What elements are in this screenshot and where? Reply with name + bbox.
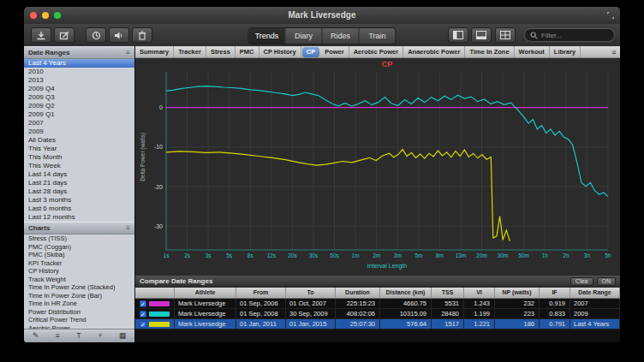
tab-cp-history[interactable]: CP History <box>259 46 301 57</box>
date-range-2013[interactable]: 2013 <box>24 76 134 85</box>
tab-power[interactable]: Power <box>320 46 349 57</box>
date-range-2007[interactable]: 2007 <box>24 119 134 128</box>
download-activity-button[interactable] <box>31 27 51 43</box>
chart-item-time-in-power-zone-bar[interactable]: Time In Power Zone (Bar) <box>24 292 134 300</box>
chart-item-power-distribution[interactable]: Power Distribution <box>24 308 134 317</box>
date-range-2009[interactable]: 2009 <box>24 128 134 136</box>
chart-item-time-in-power-zone-stacked[interactable]: Time In Power Zone (Stacked) <box>24 283 134 292</box>
chart-item-track-weight[interactable]: Track Weight <box>24 276 134 284</box>
segment-rides[interactable]: Rides <box>322 28 359 44</box>
table-row[interactable]: ✓Mark Liversedge01 Sep, 200601 Oct, 2007… <box>135 299 620 309</box>
column-header-range[interactable]: Date Range <box>570 288 620 298</box>
menu-icon[interactable]: ≡ <box>126 224 130 232</box>
compare-on-button[interactable]: ON <box>597 277 617 286</box>
list-icon[interactable]: ≡ <box>56 329 60 342</box>
date-range-2009-q2[interactable]: 2009 Q2 <box>24 102 134 110</box>
segment-trends[interactable]: Trends <box>249 28 285 44</box>
date-range-this-year[interactable]: This Year <box>24 145 134 153</box>
minimize-icon[interactable] <box>42 12 49 19</box>
text-icon[interactable]: T <box>76 329 81 342</box>
column-header-duration[interactable]: Duration <box>336 288 380 298</box>
column-header-if[interactable]: IF <box>540 288 570 298</box>
chart-item-stress-tiss[interactable]: Stress (TISS) <box>24 234 134 243</box>
interval-button[interactable] <box>86 27 106 43</box>
column-header-np[interactable]: NP (watts) <box>495 288 540 298</box>
date-range-last-14-days[interactable]: Last 14 days <box>24 170 134 179</box>
search-icon <box>530 32 538 39</box>
chart-item-critical-power-trend[interactable]: Critical Power Trend <box>24 316 134 324</box>
column-header-to[interactable]: To <box>286 288 336 298</box>
tab-time-in-zone[interactable]: Time In Zone <box>465 46 514 57</box>
cell-range: 2007 <box>570 299 620 308</box>
chart-item-time-in-hr-zone[interactable]: Time In HR Zone <box>24 300 134 308</box>
tab-pmc[interactable]: PMC <box>236 46 259 57</box>
date-range-last-3-months[interactable]: Last 3 months <box>24 196 134 205</box>
date-range-2009-q3[interactable]: 2009 Q3 <box>24 93 134 102</box>
brush-icon[interactable]: ✎ <box>33 329 39 342</box>
tab-library[interactable]: Library <box>550 46 581 57</box>
date-range-last-4-years[interactable]: Last 4 Years <box>24 59 134 68</box>
column-header-distance[interactable]: Distance (km) <box>380 288 432 298</box>
column-header-from[interactable]: From <box>236 288 286 298</box>
toggle-sidebar-button[interactable] <box>448 27 468 43</box>
x-tick-label: 30s <box>309 252 319 258</box>
tab-stress[interactable]: Stress <box>206 46 236 57</box>
audio-button[interactable] <box>109 27 129 43</box>
row-checkbox[interactable]: ✓ <box>140 311 146 317</box>
chart-item-pmc-coggan[interactable]: PMC (Coggan) <box>24 243 134 252</box>
chart-item-kpi-tracker[interactable]: KPI Tracker <box>24 259 134 268</box>
tab-cp[interactable]: CP <box>302 47 319 57</box>
table-row[interactable]: ✓Mark Liversedge01 Jan, 201101 Jan, 2015… <box>135 319 620 329</box>
y-tick-label: -30 <box>154 223 163 229</box>
fullscreen-icon[interactable] <box>606 11 615 20</box>
date-range-last-21-days[interactable]: Last 21 days <box>24 179 134 187</box>
table-row[interactable]: ✓Mark Liversedge01 Sep, 200830 Sep, 2009… <box>135 309 620 319</box>
cell-from: 01 Jan, 2011 <box>236 319 286 329</box>
column-header-tss[interactable]: TSS <box>432 288 464 298</box>
add-icon[interactable]: + <box>98 329 102 342</box>
date-range-all-dates[interactable]: All Dates <box>24 136 134 145</box>
date-range-this-month[interactable]: This Month <box>24 153 134 162</box>
delete-button[interactable] <box>132 27 152 43</box>
charts-header[interactable]: Charts ≡ <box>24 222 134 234</box>
column-header-athlete[interactable]: Athlete <box>175 288 236 298</box>
segment-train[interactable]: Train <box>359 28 396 44</box>
date-range-2009-q1[interactable]: 2009 Q1 <box>24 110 134 119</box>
date-ranges-title: Date Ranges <box>28 49 69 56</box>
column-header-vi[interactable]: VI <box>464 288 495 298</box>
tab-tracker[interactable]: Tracker <box>174 46 206 57</box>
tab-anaerobic-power[interactable]: Anaerobic Power <box>403 46 465 57</box>
row-lead: ✓ <box>135 309 175 318</box>
close-icon[interactable] <box>30 12 37 19</box>
x-tick-label: 2m <box>373 252 380 258</box>
clear-button[interactable]: Clea <box>570 277 593 286</box>
date-range-last-28-days[interactable]: Last 28 days <box>24 187 134 196</box>
tile-view-button[interactable] <box>495 27 516 43</box>
x-tick-label: 12s <box>267 252 277 258</box>
date-range-2010[interactable]: 2010 <box>24 68 134 76</box>
chart-item-pmc-skiba[interactable]: PMC (Skiba) <box>24 251 134 259</box>
tab-summary[interactable]: Summary <box>135 46 174 57</box>
filter-field[interactable]: Filter... <box>524 28 615 42</box>
date-ranges-header[interactable]: Date Ranges ≡ <box>24 46 134 59</box>
zoom-icon[interactable] <box>54 12 61 19</box>
row-checkbox[interactable]: ✓ <box>140 321 146 328</box>
tab-workout[interactable]: Workout <box>515 46 550 57</box>
grid-icon[interactable]: ▦ <box>119 329 127 342</box>
date-range-2009-q4[interactable]: 2009 Q4 <box>24 85 134 93</box>
row-checkbox[interactable]: ✓ <box>140 300 146 307</box>
menu-icon[interactable]: ≡ <box>126 49 130 56</box>
segment-diary[interactable]: Diary <box>285 28 322 44</box>
chart-item-cp-history[interactable]: CP History <box>24 267 134 276</box>
cell-np: 223 <box>495 309 540 318</box>
toggle-lowbar-button[interactable] <box>471 27 492 43</box>
date-range-this-week[interactable]: This Week <box>24 162 134 170</box>
date-range-last-12-months[interactable]: Last 12 months <box>24 213 134 222</box>
cell-np: 186 <box>495 319 540 329</box>
tabbar-menu-icon[interactable]: ≡ <box>608 48 620 56</box>
column-header-lead[interactable] <box>135 288 175 298</box>
manual-activity-button[interactable] <box>54 27 75 43</box>
tab-aerobic-power[interactable]: Aerobic Power <box>349 46 404 57</box>
date-range-last-6-months[interactable]: Last 6 months <box>24 205 134 213</box>
cp-compare-chart[interactable]: 1s2s3s5s8s12s20s30s50s1m2m3m5m8m13m20m30… <box>135 58 620 276</box>
